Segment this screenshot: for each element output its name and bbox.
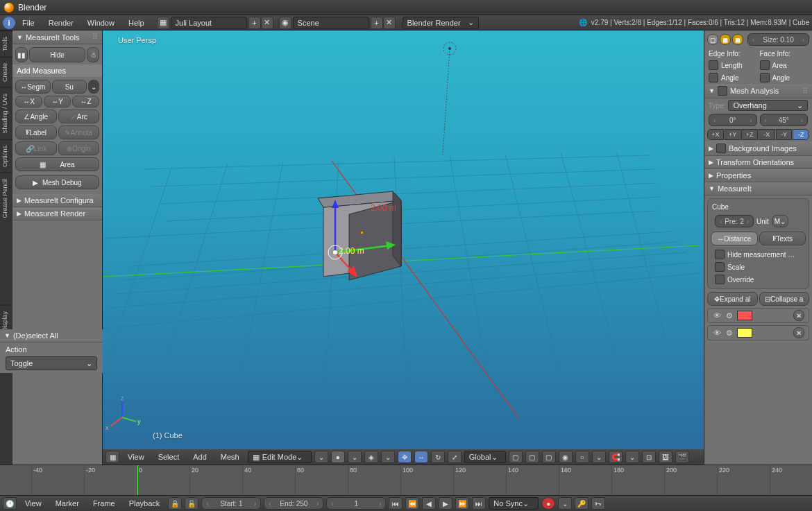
gear-icon[interactable]: ⚙ xyxy=(725,311,734,320)
segment-button[interactable]: ↔Segm xyxy=(15,80,51,94)
distance-button[interactable]: ↔Distance xyxy=(711,232,758,245)
layout-icon[interactable]: ▦ xyxy=(157,17,169,29)
properties-sub-header[interactable]: ▶Properties xyxy=(704,169,812,182)
info-icon[interactable]: i xyxy=(3,17,15,29)
view-menu[interactable]: View xyxy=(122,453,150,461)
hide-measurement-checkbox[interactable] xyxy=(715,250,725,259)
layer-button-3[interactable]: ▢ xyxy=(542,451,556,463)
delete-measure-button[interactable]: ✕ xyxy=(793,327,804,338)
delete-measure-button[interactable]: ✕ xyxy=(793,310,804,321)
menu-file[interactable]: File xyxy=(15,19,42,27)
tl-frame-menu[interactable]: Frame xyxy=(87,499,121,508)
origin-button[interactable]: ⊕Origin xyxy=(58,141,100,155)
snap-target-button[interactable]: ⊡ xyxy=(642,451,656,463)
pill-ny[interactable]: -Y xyxy=(776,129,793,140)
render-anim-button[interactable]: 🎬 xyxy=(675,451,689,463)
hide-button[interactable]: Hide xyxy=(29,47,85,62)
screen-layout-dropdown[interactable]: Juli Layout xyxy=(171,17,247,29)
render-engine-dropdown[interactable]: Blender Render⌄ xyxy=(403,17,479,29)
face-angle-checkbox[interactable] xyxy=(760,73,770,83)
sum-dropdown-button[interactable]: ⌄ xyxy=(88,80,99,94)
end-frame-field[interactable]: ‹End: 250› xyxy=(264,497,323,510)
jump-end-button[interactable]: ⏭ xyxy=(472,497,486,510)
measureit-config-header[interactable]: ▶ MeasureIt Configura xyxy=(12,194,102,207)
tl-playback-menu[interactable]: Playback xyxy=(124,499,166,508)
delete-scene-button[interactable]: ✕ xyxy=(383,17,396,29)
visible-icon[interactable]: 👁 xyxy=(712,328,722,338)
add-scene-button[interactable]: + xyxy=(371,17,383,29)
arc-button[interactable]: ⟋ Arc xyxy=(58,110,100,123)
play-reverse-button[interactable]: ◀ xyxy=(422,497,436,510)
sync-dropdown[interactable]: No Sync ⌄ xyxy=(489,497,539,510)
pause-icon-button[interactable]: ▮▮ xyxy=(15,47,28,62)
scene-dropdown[interactable]: Scene xyxy=(293,17,369,29)
range-lock-button[interactable]: 🔒 xyxy=(168,497,182,510)
next-key-button[interactable]: ⏩ xyxy=(455,497,469,510)
pill-nx[interactable]: -X xyxy=(759,129,775,140)
collapse-all-button[interactable]: ⊟Collapse a xyxy=(759,292,810,306)
delete-layout-button[interactable]: ✕ xyxy=(261,17,273,29)
measureit-render-header[interactable]: ▶ MeasureIt Render xyxy=(12,207,102,220)
display-wire-button[interactable]: ◻ xyxy=(707,34,718,45)
delete-key-button[interactable]: 🗝 xyxy=(591,497,605,510)
pivot-button[interactable]: ◈ xyxy=(364,451,378,463)
measureit-header[interactable]: ▼MeasureIt xyxy=(704,182,812,196)
prev-key-button[interactable]: ⏪ xyxy=(405,497,419,510)
tab-options[interactable]: Options xyxy=(0,139,12,173)
proportional-edit-button[interactable]: ○ xyxy=(575,451,589,463)
shading-dropdown[interactable]: ⌄ xyxy=(348,451,362,463)
sum-button[interactable]: Su xyxy=(52,80,87,94)
tab-create[interactable]: Create xyxy=(0,57,12,87)
visible-icon[interactable]: 👁 xyxy=(712,311,722,320)
expand-all-button[interactable]: ✥Expand al xyxy=(707,292,758,306)
gear-icon[interactable]: ⚙ xyxy=(725,328,734,338)
range-unlock-button[interactable]: 🔓 xyxy=(185,497,198,510)
orientation-dropdown[interactable]: Global ⌄ xyxy=(464,451,506,463)
mesh-menu[interactable]: Mesh xyxy=(215,453,245,461)
pill-pz[interactable]: +Z xyxy=(741,129,758,140)
tab-grease-pencil[interactable]: Grease Pencil xyxy=(0,173,12,224)
analysis-type-dropdown[interactable]: Overhang⌄ xyxy=(728,100,808,111)
override-checkbox[interactable] xyxy=(715,275,725,284)
color-swatch-yellow[interactable] xyxy=(737,328,752,338)
tab-tools[interactable]: Tools xyxy=(0,31,12,57)
auto-key-button[interactable]: ● xyxy=(541,497,555,510)
manipulator-rotate[interactable]: ↻ xyxy=(431,451,445,463)
pill-nz[interactable]: -Z xyxy=(793,129,809,140)
mesh-analysis-header[interactable]: ▼Mesh Analysis⠿ xyxy=(704,84,812,98)
snap-dropdown[interactable]: ⌄ xyxy=(625,451,639,463)
tab-shading-uvs[interactable]: Shading / UVs xyxy=(0,87,12,139)
unit-m-button[interactable]: M⌄ xyxy=(772,215,788,227)
render-opengl-button[interactable]: 🖼 xyxy=(659,451,673,463)
editor-type-button[interactable]: ▦ xyxy=(105,451,119,463)
label-button[interactable]: 𝐅 Label xyxy=(15,125,57,139)
measureit-tools-header[interactable]: ▼ MeasureIt Tools ⠿ xyxy=(12,31,102,44)
menu-render[interactable]: Render xyxy=(42,19,81,27)
manipulator-translate[interactable]: ↔ xyxy=(414,451,428,463)
angle-max-field[interactable]: ‹45°› xyxy=(760,114,809,126)
tl-view-menu[interactable]: View xyxy=(19,499,47,508)
display-textured-button[interactable]: ◼ xyxy=(732,34,743,45)
texts-button[interactable]: 𝐅 Texts xyxy=(759,232,806,245)
normals-size-field[interactable]: ‹Size: 0.10› xyxy=(747,33,809,46)
scale-checkbox[interactable] xyxy=(715,262,725,272)
ghost-icon-button[interactable]: ☃ xyxy=(87,47,99,62)
color-swatch-red[interactable] xyxy=(737,311,752,320)
precision-field[interactable]: ‹Pre: 2› xyxy=(715,215,754,227)
annotation-button[interactable]: ✎Annota xyxy=(58,125,100,139)
pill-py[interactable]: +Y xyxy=(725,129,741,140)
x-axis-button[interactable]: ↔X xyxy=(15,96,42,107)
menu-help[interactable]: Help xyxy=(121,19,151,27)
shading-sphere-icon[interactable]: ● xyxy=(331,451,345,463)
layer-button-1[interactable]: ▢ xyxy=(509,451,523,463)
limit-selection-button[interactable]: ◉ xyxy=(559,451,573,463)
link-button[interactable]: 🔗Link xyxy=(15,141,57,155)
insert-key-button[interactable]: 🔑 xyxy=(575,497,589,510)
mesh-debug-button[interactable]: ▶ Mesh Debug xyxy=(15,175,99,189)
edge-angle-checkbox[interactable] xyxy=(709,73,718,83)
area-checkbox[interactable] xyxy=(760,60,770,70)
select-mode-button[interactable]: ⌄ xyxy=(314,451,328,463)
bg-images-checkbox[interactable] xyxy=(716,144,726,153)
length-checkbox[interactable] xyxy=(709,60,718,70)
manipulator-toggle[interactable]: ✥ xyxy=(398,451,412,463)
